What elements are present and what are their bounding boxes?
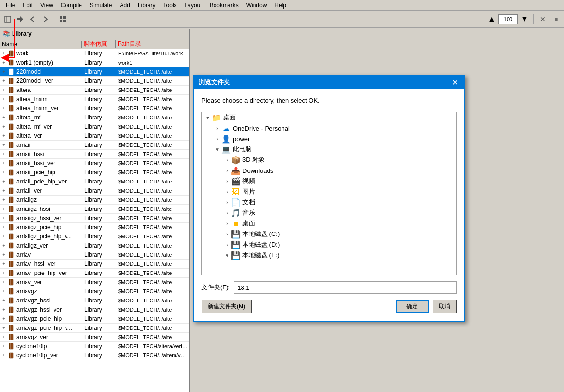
tree-item[interactable]: ›☁OneDrive - Personal [202, 123, 456, 133]
tree-item-icon: 📦 [231, 155, 241, 165]
tree-arrow-icon: › [223, 210, 231, 216]
tree-item[interactable]: ▼💻此电脑 [202, 144, 456, 155]
tree-item-label: 视频 [242, 177, 255, 185]
tree-arrow-icon: › [223, 168, 231, 173]
browse-folder-dialog: 浏览文件夹 ✕ Please choose a directory, then … [193, 75, 465, 322]
tree-item[interactable]: ›🎬视频 [202, 176, 456, 186]
tree-item[interactable]: ›🖼图片 [202, 186, 456, 197]
tree-arrow-icon: › [223, 242, 231, 248]
dialog-body: Please choose a directory, then select O… [194, 89, 464, 321]
filename-row: 文件夹(F): [201, 281, 457, 294]
tree-item-icon: 💻 [221, 144, 231, 154]
tree-item[interactable]: ›👤power [202, 133, 456, 144]
tree-arrow-icon: › [223, 232, 231, 237]
tree-arrow-icon: › [214, 126, 221, 131]
dialog-overlay: 浏览文件夹 ✕ Please choose a directory, then … [0, 0, 564, 392]
dialog-buttons: 新建文件夹(M) 确定 取消 [201, 300, 457, 313]
ok-button[interactable]: 确定 [396, 300, 429, 313]
tree-arrow-icon: ▼ [223, 253, 231, 258]
tree-item[interactable]: ▼💾本地磁盘 (E:) [202, 250, 456, 261]
button-group-right: 确定 取消 [396, 300, 457, 313]
tree-item-icon: ☁ [221, 123, 231, 133]
tree-arrow-icon: ▼ [214, 147, 221, 152]
tree-item[interactable]: ›🎵音乐 [202, 208, 456, 218]
tree-item-label: 文档 [242, 198, 255, 207]
tree-item-icon: 🎬 [231, 176, 241, 186]
tree-item-icon: 🖥 [231, 219, 241, 228]
tree-item-label: 桌面 [242, 219, 255, 228]
tree-item-icon: 💾 [231, 250, 241, 260]
dialog-instruction: Please choose a directory, then select O… [201, 97, 457, 104]
tree-item-label: 本地磁盘 (D:) [242, 240, 280, 249]
tree-item-label: 此电脑 [233, 145, 252, 154]
tree-item-label: 本地磁盘 (C:) [242, 230, 280, 238]
cancel-button[interactable]: 取消 [432, 300, 457, 313]
tree-arrow-icon: › [223, 221, 231, 226]
tree-item-label: power [233, 135, 250, 143]
tree-item[interactable]: ›📦3D 对象 [202, 155, 456, 165]
tree-item[interactable]: ›💾本地磁盘 (D:) [202, 239, 456, 250]
dialog-titlebar: 浏览文件夹 ✕ [194, 76, 464, 89]
dialog-close-button[interactable]: ✕ [450, 78, 459, 87]
tree-item-label: 桌面 [223, 113, 236, 122]
tree-item-icon: 💾 [231, 240, 241, 249]
tree-arrow-icon: › [223, 157, 231, 163]
tree-item-label: 图片 [242, 187, 255, 196]
new-folder-button[interactable]: 新建文件夹(M) [201, 300, 252, 313]
tree-item-label: Downloads [242, 167, 273, 174]
tree-item[interactable]: ›💾本地磁盘 (C:) [202, 229, 456, 239]
tree-item[interactable]: ›📥Downloads [202, 165, 456, 176]
tree-item-icon: 🖼 [231, 187, 241, 196]
tree-arrow-icon: ▼ [204, 115, 212, 120]
tree-item[interactable]: ›🖥桌面 [202, 218, 456, 229]
filename-input[interactable] [234, 281, 457, 294]
tree-item-icon: 👤 [221, 134, 231, 144]
tree-arrow-icon: › [214, 136, 221, 142]
tree-item[interactable]: ▼📁桌面 [202, 112, 456, 123]
tree-item-icon: 📥 [231, 166, 241, 175]
tree-item-icon: 📄 [231, 197, 241, 207]
tree-item-icon: 💾 [231, 229, 241, 239]
tree-item-label: OneDrive - Personal [233, 125, 290, 132]
tree-item-icon: 🎵 [231, 208, 241, 218]
tree-item-label: 3D 对象 [242, 156, 265, 164]
tree-arrow-icon: › [223, 179, 231, 184]
tree-arrow-icon: › [223, 189, 231, 195]
filename-label: 文件夹(F): [201, 283, 230, 292]
file-tree[interactable]: ▼📁桌面›☁OneDrive - Personal›👤power▼💻此电脑›📦3… [201, 112, 457, 275]
tree-item-label: 音乐 [242, 209, 255, 217]
tree-item-label: 本地磁盘 (E:) [242, 251, 280, 260]
tree-item[interactable]: ›📄文档 [202, 197, 456, 208]
tree-item-icon: 📁 [212, 113, 221, 122]
dialog-title: 浏览文件夹 [199, 78, 230, 87]
tree-arrow-icon: › [223, 200, 231, 205]
